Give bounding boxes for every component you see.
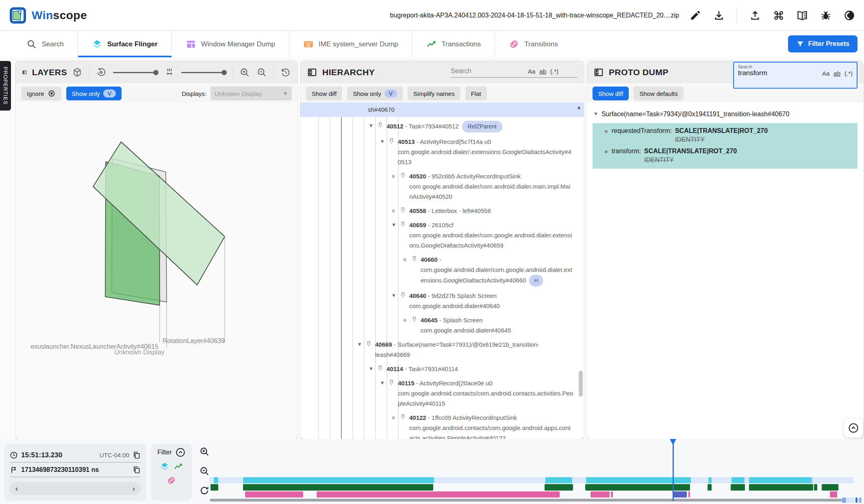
selected-node-row[interactable]: sh#40670	[300, 102, 584, 117]
timeline-segment[interactable]	[830, 491, 837, 497]
next-frame-button[interactable]: ›	[132, 484, 135, 493]
collapse-filter-icon[interactable]	[175, 447, 186, 458]
layer-spacing-icon[interactable]	[164, 67, 175, 78]
reset-view-icon[interactable]	[280, 67, 291, 78]
hierarchy-node[interactable]: 40645 - Splash Screen com.google.android…	[300, 313, 573, 337]
pin-icon[interactable]	[399, 292, 407, 300]
hierarchy-node[interactable]: 40122 - 1ffcc09 ActivityRecordInputSink …	[300, 411, 573, 439]
rotation-slider[interactable]	[113, 72, 158, 73]
expand-arrow-icon[interactable]: ▼	[377, 378, 388, 388]
hierarchy-node[interactable]: ▼40512 - Task=7934#40512RelZParent	[300, 119, 573, 135]
timeline-zoom-out-icon[interactable]	[199, 466, 210, 476]
timeline-segment[interactable]	[822, 484, 838, 491]
pin-icon[interactable]	[399, 207, 407, 215]
transitions-lane[interactable]	[210, 491, 854, 497]
surface-flinger-lane[interactable]	[210, 477, 854, 483]
selected-transition-segment[interactable]	[673, 491, 687, 497]
3d-view-icon[interactable]	[72, 67, 82, 78]
prev-frame-button[interactable]: ‹	[15, 484, 18, 493]
hierarchy-node[interactable]: ▼40513 - ActivityRecord{5c7f14a u0 com.g…	[300, 135, 573, 169]
hierarchy-node[interactable]: ▼40640 - 9d2d27b Splash Screen com.googl…	[300, 289, 573, 313]
show-only-button[interactable]: Show only V	[66, 87, 122, 100]
sf-trace-toggle-icon[interactable]	[160, 462, 169, 471]
documentation-icon[interactable]	[797, 10, 808, 21]
timeline-segment[interactable]	[545, 477, 573, 483]
collapse-timeline-button[interactable]	[844, 418, 863, 438]
tab-surface-flinger[interactable]: Surface Flinger	[78, 31, 172, 57]
timeline-segment[interactable]	[545, 484, 573, 491]
hierarchy-node[interactable]: 40660 - com.google.android.dialer/com.go…	[300, 252, 573, 289]
spacing-slider[interactable]	[181, 72, 226, 73]
zoom-in-icon[interactable]	[239, 67, 250, 78]
pin-icon[interactable]	[388, 379, 395, 387]
timeline-segment[interactable]	[586, 477, 691, 483]
hierarchy-node[interactable]: ▼40114 - Task=7931#40114	[300, 362, 573, 376]
pin-icon[interactable]	[388, 138, 395, 146]
property-row[interactable]: transform: SCALE|TRANSLATE|ROT_270 IDENT…	[604, 148, 853, 164]
timeline-segment[interactable]	[708, 484, 712, 491]
expand-arrow-icon[interactable]: ▼	[366, 364, 376, 374]
report-bug-icon[interactable]	[820, 10, 831, 21]
show-diff-button[interactable]: Show diff	[306, 87, 342, 100]
flat-button[interactable]: Flat	[465, 87, 487, 100]
timeline-lanes[interactable]	[210, 439, 854, 504]
transactions-lane[interactable]	[210, 484, 854, 491]
timeline-segment[interactable]	[214, 477, 218, 483]
transactions-toggle-icon[interactable]	[174, 462, 183, 471]
copy-icon[interactable]	[132, 451, 141, 459]
layers-3d-canvas[interactable]: RotationLayer#40639 exuslauncher.NexusLa…	[15, 102, 297, 439]
expand-arrow-icon[interactable]: ▼	[389, 220, 399, 230]
show-defaults-button[interactable]: Show defaults	[634, 87, 683, 100]
expand-arrow-icon[interactable]: ▼	[389, 291, 399, 301]
timeline-segment[interactable]	[245, 491, 303, 497]
filter-presets-button[interactable]: Filter Presets	[788, 35, 857, 52]
scrollbar-mark[interactable]	[847, 497, 855, 503]
hierarchy-search[interactable]: Aa ab (.*)	[451, 67, 577, 78]
properties-side-tab[interactable]: PROPERTIES	[0, 61, 11, 111]
upload-icon[interactable]	[749, 10, 761, 21]
expand-arrow-icon[interactable]: ▼	[593, 109, 598, 119]
pin-icon[interactable]	[376, 122, 384, 130]
match-word-toggle[interactable]: ab	[539, 68, 546, 75]
match-word-toggle[interactable]: ab	[834, 70, 840, 77]
timeline-segment[interactable]	[731, 484, 745, 491]
displays-select[interactable]: Unknown Display ▼	[211, 87, 292, 100]
collapse-panel-icon[interactable]	[22, 67, 27, 78]
hierarchy-node[interactable]: 40558 - Letterbox - left#40558	[300, 204, 573, 218]
timeline-segment[interactable]	[814, 484, 817, 491]
scrollbar-track[interactable]	[210, 499, 842, 502]
tab-search[interactable]: Search	[12, 31, 78, 57]
pin-icon[interactable]	[399, 414, 407, 421]
hierarchy-node[interactable]: ▼40115 - ActivityRecord{20ace0e u0 com.g…	[300, 376, 573, 411]
timeline-segment[interactable]	[317, 491, 560, 497]
timeline-segment[interactable]	[708, 477, 712, 483]
pin-icon[interactable]	[399, 172, 407, 180]
expand-arrow-icon[interactable]: ▼	[366, 121, 376, 131]
hierarchy-node[interactable]: ▼40669 - Surface(name=Task=7931)/@0x619e…	[300, 337, 573, 362]
timeline-segment[interactable]	[611, 491, 613, 497]
timeline-segment[interactable]	[243, 484, 433, 491]
zoom-out-icon[interactable]	[256, 67, 267, 78]
timeline-zoom-reset-icon[interactable]	[199, 485, 210, 496]
hierarchy-node[interactable]: 40520 - 952c6b5 ActivityRecordInputSink …	[300, 169, 573, 204]
scroll-up-icon[interactable]: ▲	[576, 104, 582, 110]
pin-icon[interactable]	[365, 341, 373, 348]
transitions-toggle-icon[interactable]	[167, 476, 176, 485]
expand-arrow-icon[interactable]: ▼	[354, 339, 365, 350]
collapse-panel-icon[interactable]	[593, 67, 604, 78]
show-diff-button[interactable]: Show diff	[593, 87, 629, 100]
proto-search[interactable]: Search Aa ab (.*)	[733, 62, 857, 89]
dark-mode-icon[interactable]	[844, 10, 855, 21]
edit-icon[interactable]	[690, 10, 701, 21]
tab-ime[interactable]: IME system_server Dump	[289, 31, 412, 57]
timeline-segment[interactable]	[688, 491, 690, 497]
tab-window-manager[interactable]: Window Manager Dump	[172, 31, 289, 57]
collapse-panel-icon[interactable]	[307, 67, 317, 78]
simplify-names-button[interactable]: Simplify names	[408, 87, 460, 100]
ignore-button[interactable]: Ignore	[21, 87, 61, 100]
download-icon[interactable]	[713, 10, 725, 21]
proto-search-input[interactable]	[738, 69, 807, 77]
match-case-toggle[interactable]: Aa	[528, 68, 535, 75]
timeline-segment[interactable]	[749, 484, 814, 491]
scrollbar-mark[interactable]	[855, 497, 857, 503]
